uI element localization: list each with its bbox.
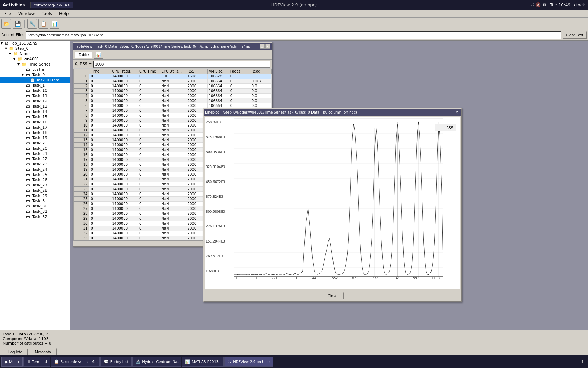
- arrow-task28: [22, 189, 26, 192]
- table-cell-data: NaN: [160, 162, 186, 167]
- table-cell-data: 1400000: [111, 74, 138, 79]
- taskbar-item-buddy[interactable]: 💬 Buddy List: [100, 357, 132, 367]
- chart-icon-btn[interactable]: 📊: [94, 51, 103, 59]
- table-cell-data: NaN: [160, 236, 186, 241]
- arrow-task26: [22, 178, 26, 182]
- svg-text:441: 441: [312, 276, 318, 280]
- taskbar-szkolenie-label: Szkolenie sroda - M...: [61, 360, 98, 364]
- table-row[interactable]: 5014000000NaN200010666400.0: [74, 98, 272, 103]
- table-maximize-btn[interactable]: □: [260, 44, 265, 49]
- sidebar-item-task27[interactable]: 🗃 Task_27: [0, 183, 70, 188]
- toolbar-refresh-btn[interactable]: 🔧: [27, 19, 37, 29]
- label-task32: Task_32: [32, 214, 47, 219]
- sidebar-item-task11[interactable]: 🗃 Task_11: [0, 93, 70, 98]
- table-row[interactable]: 00140000000.016081065280: [74, 74, 272, 79]
- table-row[interactable]: 3014000000NaN200010666400.0: [74, 89, 272, 94]
- top-bar: Activities com-zerog-lax-LAX HDFView 2.9…: [0, 0, 588, 10]
- label-task23: Task_23: [32, 162, 47, 166]
- sidebar-item-step0[interactable]: ▼ 📁 Step_0: [0, 46, 70, 51]
- table-cell-index: 14: [74, 143, 89, 148]
- table-cell-data: 1400000: [111, 108, 138, 113]
- menu-window[interactable]: Window: [15, 11, 37, 17]
- recent-files-input[interactable]: [26, 31, 561, 39]
- sidebar-item-task29[interactable]: 🗃 Task_29: [0, 193, 70, 198]
- sidebar-item-nodes[interactable]: ▼ 📁 Nodes: [0, 51, 70, 56]
- sidebar-item-task15[interactable]: 🗃 Task_15: [0, 114, 70, 120]
- table-cell-index: 32: [74, 231, 89, 236]
- sidebar-item-task0[interactable]: ▼ 🗃 Task_0: [0, 72, 70, 77]
- taskbar-item-hydra[interactable]: 🔬 Hydra - Centrum Na...: [132, 357, 181, 367]
- sidebar-item-task32[interactable]: 🗃 Task_32: [0, 214, 70, 219]
- table-window-title: TableView - Task_0 Data - /Step_0/Nodes/…: [75, 45, 250, 48]
- sidebar-item-lustre[interactable]: 🗃 Lustre: [0, 67, 70, 72]
- sidebar-item-task0data[interactable]: 📋 Task_0 Data: [0, 77, 70, 83]
- taskbar-item-matlab[interactable]: 📊 MATLAB R2013a: [182, 357, 224, 367]
- lineplot-close-button[interactable]: Close: [321, 292, 344, 299]
- table-cell-data: NaN: [160, 118, 186, 123]
- sidebar-item-task22[interactable]: 🗃 Task_22: [0, 156, 70, 162]
- table-row[interactable]: 2014000000NaN200010666400.0: [74, 84, 272, 89]
- sidebar-item-task13[interactable]: 🗃 Task_13: [0, 104, 70, 109]
- table-row[interactable]: 6014000000NaN200010666400.0: [74, 103, 272, 108]
- table-cell-data: 0: [229, 79, 250, 84]
- sidebar-item-task16[interactable]: 🗃 Task_16: [0, 120, 70, 125]
- arrow-job16982: ▼: [1, 42, 5, 45]
- menu-file[interactable]: File: [1, 11, 14, 17]
- table-row[interactable]: 4014000000NaN200010666400.0: [74, 94, 272, 98]
- taskbar-menu-button[interactable]: ▶ Menu: [1, 357, 23, 367]
- taskbar-item-terminal[interactable]: 🖥 Terminal: [23, 357, 50, 367]
- sidebar-item-task18[interactable]: 🗃 Task_18: [0, 130, 70, 135]
- taskbar-item-hdfview[interactable]: 🗂 HDFView 2.9 on hpc): [224, 357, 273, 367]
- table-close-btn[interactable]: ✕: [265, 44, 270, 49]
- sidebar-item-task1[interactable]: 🗃 Task_1: [0, 83, 70, 88]
- lineplot-close-x[interactable]: ✕: [454, 110, 460, 114]
- icon-task24: 🗃: [26, 167, 31, 172]
- sidebar-item-job16982[interactable]: ▼ 🗂 job_16982.h5: [0, 41, 70, 46]
- rss-input[interactable]: [93, 61, 270, 68]
- icon-task22: 🗃: [26, 157, 31, 161]
- metadata-button[interactable]: Metadata: [29, 348, 57, 355]
- activities-label[interactable]: Activities: [3, 2, 25, 7]
- menu-help[interactable]: Help: [56, 11, 71, 17]
- sidebar-item-task31[interactable]: 🗃 Task_31: [0, 209, 70, 214]
- arrow-task19: [22, 136, 26, 139]
- sidebar-item-task17[interactable]: 🗃 Task_17: [0, 125, 70, 130]
- table-cell-data: 1400000: [111, 187, 138, 192]
- sidebar-item-task25[interactable]: 🗃 Task_25: [0, 172, 70, 177]
- sidebar-item-task30[interactable]: 🗃 Task_30: [0, 204, 70, 209]
- sidebar-item-task28[interactable]: 🗃 Task_28: [0, 188, 70, 193]
- log-info-button[interactable]: Log Info: [3, 348, 28, 355]
- sidebar-item-task20[interactable]: 🗃 Task_20: [0, 146, 70, 151]
- table-cell-index: 0: [74, 74, 89, 79]
- legend-line-rss: [438, 128, 445, 128]
- table-cell-data: NaN: [160, 89, 186, 94]
- table-cell-data: 0: [138, 197, 160, 202]
- sidebar-item-task23[interactable]: 🗃 Task_23: [0, 162, 70, 167]
- sidebar-item-task26[interactable]: 🗃 Task_26: [0, 177, 70, 183]
- sidebar-item-wn4001[interactable]: ▼ 📁 wn4001: [0, 56, 70, 62]
- icon-task15: 🗃: [26, 115, 31, 119]
- sidebar-item-task3[interactable]: 🗃 Task_3: [0, 198, 70, 204]
- sidebar-item-timeseries[interactable]: ▼ 📁 Time Series: [0, 62, 70, 67]
- sidebar-item-task14[interactable]: 🗃 Task_14: [0, 109, 70, 114]
- table-cell-data: 0: [89, 133, 111, 138]
- table-cell-data: 0: [138, 133, 160, 138]
- sidebar-item-task10[interactable]: 🗃 Task_10: [0, 88, 70, 93]
- tab-table[interactable]: Table: [75, 52, 92, 58]
- label-task12: Task_12: [32, 99, 47, 103]
- toolbar-copy-btn[interactable]: 📋: [38, 19, 48, 29]
- sidebar-item-task12[interactable]: 🗃 Task_12: [0, 98, 70, 104]
- sidebar-item-task21[interactable]: 🗃 Task_21: [0, 151, 70, 156]
- table-row[interactable]: 1014000000NaN200010666400.067: [74, 79, 272, 84]
- arrow-task22: [22, 157, 26, 161]
- sidebar-item-task2[interactable]: 🗃 Task_2: [0, 141, 70, 146]
- clear-text-button[interactable]: Clear Text: [562, 31, 587, 39]
- taskbar-item-szkolenie[interactable]: 📋 Szkolenie sroda - M...: [51, 357, 100, 367]
- sidebar-item-task24[interactable]: 🗃 Task_24: [0, 167, 70, 172]
- toolbar-save-btn[interactable]: 💾: [13, 19, 22, 29]
- toolbar-open-btn[interactable]: 📂: [1, 19, 11, 29]
- menu-tools[interactable]: Tools: [39, 11, 55, 17]
- toolbar-chart-btn[interactable]: 📊: [50, 19, 59, 29]
- sidebar-item-task19[interactable]: 🗃 Task_19: [0, 135, 70, 141]
- svg-text:525.5104E3: 525.5104E3: [206, 165, 225, 169]
